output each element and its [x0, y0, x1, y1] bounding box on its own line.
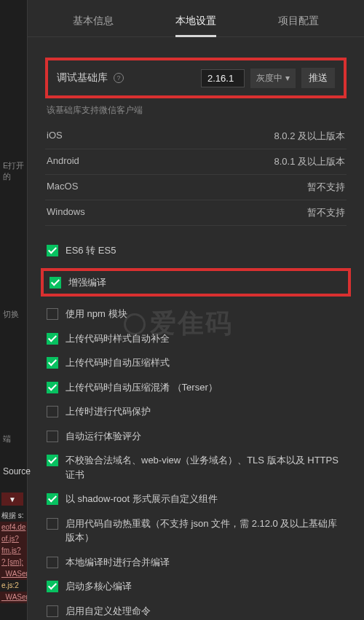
option-row: 上传代码时样式自动补全 [47, 331, 345, 346]
option-label: 以 shadow-root 形式展示自定义组件 [66, 492, 218, 506]
tab-local-settings[interactable]: 本地设置 [173, 9, 219, 36]
checkbox[interactable] [47, 493, 58, 505]
platform-row: MacOS暂不支持 [45, 175, 347, 200]
checkbox[interactable] [47, 518, 58, 530]
option-label: 启用代码自动热重载（不支持 json 文件，需 2.12.0 及以上基础库版本） [66, 517, 345, 545]
option-row: 自动运行体验评分 [47, 429, 345, 444]
left-gutter: E打开的 切换 端 Source ▼ 根据 s: eof4.de of.js? … [0, 0, 28, 620]
option-label: 本地编译时进行合并编译 [66, 555, 170, 570]
option-row: ES6 转 ES5 [47, 243, 345, 258]
platform-value: 暂不支持 [307, 181, 345, 194]
platform-name: Android [47, 155, 79, 168]
platform-value: 暂不支持 [307, 206, 345, 219]
gutter-label-source: Source [3, 466, 31, 476]
gutter-label: E打开的 [3, 160, 27, 182]
checkbox[interactable] [47, 431, 58, 442]
gray-select[interactable]: 灰度中 ▾ [250, 68, 296, 88]
checkbox[interactable] [47, 333, 58, 345]
checkbox[interactable] [47, 308, 58, 320]
push-button[interactable]: 推送 [301, 68, 335, 88]
debug-lib-label: 调试基础库 [57, 71, 108, 85]
settings-section: 调试基础库 ? 灰度中 ▾ 推送 该基础库支持微信客户端 iOS8.0.2 及以… [28, 37, 364, 620]
option-label: 使用 npm 模块 [66, 307, 127, 321]
option-row: 本地编译时进行合并编译 [47, 555, 345, 570]
option-row: 上传代码时自动压缩样式 [47, 356, 345, 370]
option-row: 上传时进行代码保护 [47, 404, 345, 419]
checkbox[interactable] [47, 455, 58, 466]
gutter-label: 端 [3, 433, 11, 444]
chevron-down-icon: ▾ [285, 73, 290, 83]
option-row: 上传代码时自动压缩混淆 （Terser） [47, 380, 345, 395]
platform-list: iOS8.0.2 及以上版本Android8.0.1 及以上版本MacOS暂不支… [45, 124, 347, 226]
option-row: 以 shadow-root 形式展示自定义组件 [47, 492, 345, 506]
option-label: 启动多核心编译 [66, 579, 132, 594]
platform-value: 8.0.1 及以上版本 [274, 155, 345, 168]
platform-value: 8.0.2 及以上版本 [274, 130, 345, 143]
gutter-lines: 根据 s: eof4.de of.js? fm.js? ? [sm]: _WAS… [0, 510, 27, 603]
checkbox[interactable] [47, 382, 58, 393]
checkbox[interactable] [47, 581, 58, 592]
debug-lib-box: 调试基础库 ? 灰度中 ▾ 推送 [45, 58, 347, 98]
tab-bar: 基本信息 本地设置 项目配置 [28, 0, 364, 37]
option-label: ES6 转 ES5 [66, 243, 116, 258]
platform-name: Windows [47, 206, 85, 219]
option-row: 使用 npm 模块 [47, 307, 345, 321]
option-label: 自动运行体验评分 [66, 429, 141, 444]
platform-row: Android8.0.1 及以上版本 [45, 149, 347, 175]
option-label: 增强编译 [68, 275, 106, 290]
option-label: 上传代码时自动压缩混淆 （Terser） [66, 380, 218, 395]
support-note: 该基础库支持微信客户端 [47, 104, 345, 117]
checkbox[interactable] [47, 357, 58, 369]
checkbox[interactable] [47, 245, 58, 256]
option-label: 启用自定义处理命令 [66, 604, 151, 619]
gray-select-label: 灰度中 [256, 72, 282, 85]
main-panel: 基本信息 本地设置 项目配置 调试基础库 ? 灰度中 ▾ 推送 该基础库支持微信… [28, 0, 364, 620]
platform-name: MacOS [47, 181, 78, 194]
option-label: 上传代码时样式自动补全 [66, 331, 170, 346]
option-row: 增强编译 [41, 268, 351, 297]
checkbox[interactable] [47, 406, 58, 417]
option-row: 启用代码自动热重载（不支持 json 文件，需 2.12.0 及以上基础库版本） [47, 517, 345, 545]
tab-project-config[interactable]: 项目配置 [275, 9, 322, 36]
platform-name: iOS [47, 130, 63, 143]
option-label: 不校验合法域名、web-view（业务域名）、TLS 版本以及 HTTPS 证书 [66, 453, 345, 482]
option-row: 不校验合法域名、web-view（业务域名）、TLS 版本以及 HTTPS 证书 [47, 453, 345, 482]
checkbox[interactable] [47, 605, 58, 617]
tab-basic-info[interactable]: 基本信息 [70, 9, 116, 36]
checkbox[interactable] [47, 557, 58, 568]
option-label: 上传代码时自动压缩样式 [66, 356, 170, 370]
option-row: 启动多核心编译 [47, 579, 345, 594]
option-label: 上传时进行代码保护 [66, 404, 151, 419]
checkbox[interactable] [50, 277, 61, 289]
help-icon[interactable]: ? [114, 73, 124, 83]
options-list: ES6 转 ES5增强编译使用 npm 模块上传代码时样式自动补全上传代码时自动… [45, 243, 347, 618]
option-row: 启用自定义处理命令 [47, 604, 345, 619]
gutter-label: 切换 [3, 309, 19, 320]
gutter-red-tab[interactable]: ▼ [1, 493, 23, 506]
platform-row: iOS8.0.2 及以上版本 [45, 124, 347, 149]
platform-row: Windows暂不支持 [45, 200, 347, 226]
version-input[interactable] [201, 69, 245, 87]
